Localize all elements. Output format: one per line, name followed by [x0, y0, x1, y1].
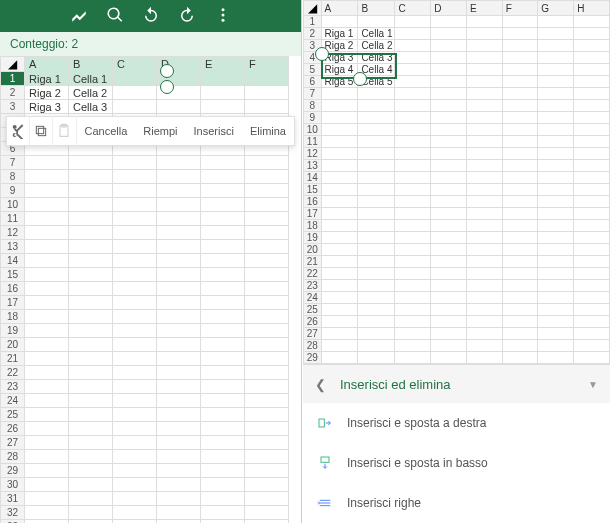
cell[interactable]	[502, 220, 538, 232]
cell[interactable]	[431, 256, 467, 268]
cell[interactable]	[395, 64, 431, 76]
column-header[interactable]: E	[201, 57, 245, 72]
row-header[interactable]: 9	[1, 184, 25, 198]
selection-handle-br[interactable]	[353, 72, 367, 86]
cell[interactable]	[395, 208, 431, 220]
row-header[interactable]: 32	[1, 506, 25, 520]
cell[interactable]	[69, 268, 113, 282]
cell[interactable]	[466, 244, 502, 256]
cell[interactable]	[201, 464, 245, 478]
undo-icon[interactable]	[142, 6, 160, 27]
row-header[interactable]: 21	[304, 256, 322, 268]
cell[interactable]	[395, 220, 431, 232]
row-header[interactable]: 29	[1, 464, 25, 478]
cell[interactable]	[574, 208, 610, 220]
cell[interactable]	[321, 316, 358, 328]
cell[interactable]	[25, 170, 69, 184]
cell[interactable]	[245, 492, 289, 506]
cell[interactable]	[113, 212, 157, 226]
cell[interactable]	[466, 316, 502, 328]
cell[interactable]	[321, 196, 358, 208]
cell[interactable]	[321, 160, 358, 172]
cell[interactable]	[431, 124, 467, 136]
row-header[interactable]: 11	[304, 136, 322, 148]
cell[interactable]	[69, 282, 113, 296]
cell[interactable]	[431, 196, 467, 208]
menu-item-shift-down[interactable]: Inserisci e sposta in basso	[303, 443, 610, 483]
cell[interactable]	[25, 184, 69, 198]
cell[interactable]	[69, 184, 113, 198]
cell[interactable]	[502, 352, 538, 364]
cell[interactable]	[574, 256, 610, 268]
cell[interactable]	[538, 88, 574, 100]
cell[interactable]	[466, 292, 502, 304]
cell[interactable]	[245, 156, 289, 170]
cell[interactable]	[538, 28, 574, 40]
cell[interactable]	[358, 280, 395, 292]
cell[interactable]	[113, 72, 157, 86]
cell[interactable]	[201, 100, 245, 114]
cell[interactable]	[201, 520, 245, 524]
column-header[interactable]: G	[538, 1, 574, 16]
row-header[interactable]: 8	[304, 100, 322, 112]
cell[interactable]	[538, 52, 574, 64]
draw-icon[interactable]	[70, 6, 88, 27]
cell[interactable]	[431, 148, 467, 160]
cell[interactable]	[157, 436, 201, 450]
cell[interactable]	[113, 296, 157, 310]
cell[interactable]	[466, 208, 502, 220]
cell[interactable]	[321, 328, 358, 340]
cell[interactable]	[157, 338, 201, 352]
cell[interactable]	[466, 148, 502, 160]
cell[interactable]	[201, 394, 245, 408]
select-all-corner[interactable]: ◢	[304, 1, 322, 16]
cell[interactable]	[245, 464, 289, 478]
cell[interactable]	[69, 352, 113, 366]
cell[interactable]	[113, 198, 157, 212]
column-header[interactable]: B	[69, 57, 113, 72]
cell[interactable]	[245, 240, 289, 254]
cell[interactable]	[201, 366, 245, 380]
cell[interactable]	[113, 226, 157, 240]
cell[interactable]	[502, 148, 538, 160]
cell[interactable]	[502, 232, 538, 244]
cell[interactable]	[395, 316, 431, 328]
cell[interactable]	[113, 394, 157, 408]
cell[interactable]	[466, 112, 502, 124]
redo-icon[interactable]	[178, 6, 196, 27]
column-header[interactable]: H	[574, 1, 610, 16]
cell[interactable]	[502, 172, 538, 184]
cell[interactable]	[321, 232, 358, 244]
menu-header[interactable]: ❮ Inserisci ed elimina ▼	[303, 365, 610, 403]
cell[interactable]	[466, 64, 502, 76]
cell[interactable]	[245, 86, 289, 100]
cell[interactable]	[25, 478, 69, 492]
cell[interactable]	[69, 156, 113, 170]
cell[interactable]	[538, 148, 574, 160]
cell[interactable]	[25, 506, 69, 520]
row-header[interactable]: 31	[1, 492, 25, 506]
cell[interactable]	[574, 196, 610, 208]
row-header[interactable]: 1	[304, 16, 322, 28]
cell[interactable]: Riga 3	[25, 100, 69, 114]
row-header[interactable]: 27	[304, 328, 322, 340]
cell[interactable]	[245, 352, 289, 366]
cell[interactable]	[502, 340, 538, 352]
cell[interactable]	[157, 464, 201, 478]
cell[interactable]	[245, 100, 289, 114]
cell[interactable]	[25, 198, 69, 212]
cell[interactable]	[245, 520, 289, 524]
cell[interactable]	[502, 160, 538, 172]
cell[interactable]	[358, 256, 395, 268]
cell[interactable]	[466, 328, 502, 340]
row-header[interactable]: 29	[304, 352, 322, 364]
cell[interactable]	[538, 292, 574, 304]
cell[interactable]	[395, 160, 431, 172]
cell[interactable]	[538, 316, 574, 328]
cell[interactable]	[25, 450, 69, 464]
cell[interactable]	[69, 492, 113, 506]
row-header[interactable]: 26	[1, 422, 25, 436]
spreadsheet-right[interactable]: ◢ABCDEFGH12Riga 1Cella 13Riga 2Cella 24R…	[303, 0, 610, 400]
cell[interactable]	[113, 478, 157, 492]
cell[interactable]	[466, 124, 502, 136]
